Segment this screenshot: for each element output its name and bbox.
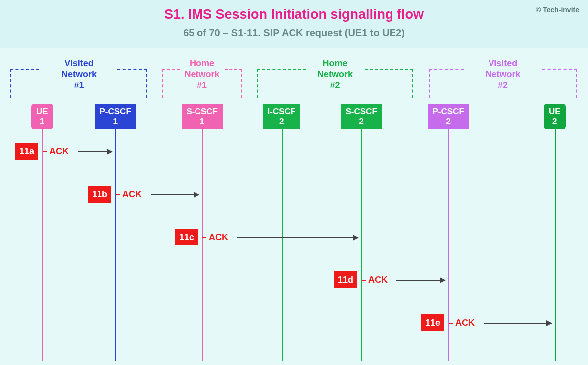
arrow-right-icon bbox=[237, 237, 358, 238]
message-label: ACK bbox=[368, 271, 388, 288]
lifeline bbox=[202, 104, 203, 361]
network-label-line2: Network bbox=[184, 69, 219, 79]
header: S1. IMS Session Initiation signalling fl… bbox=[0, 0, 588, 48]
network-label-line3: #2 bbox=[330, 80, 340, 90]
arrow-right-icon bbox=[151, 194, 199, 195]
network-label-line3: #2 bbox=[498, 80, 508, 90]
lifeline-node: UE 1 bbox=[31, 104, 53, 129]
lifeline-node: S-CSCF 2 bbox=[341, 104, 382, 129]
message-id: 11a bbox=[15, 143, 38, 160]
network-bracket: HomeNetwork#1 bbox=[162, 58, 242, 98]
network-label-line1: Visited bbox=[64, 58, 94, 68]
message-id: 11d bbox=[334, 271, 357, 288]
lifeline-node: P-CSCF 2 bbox=[428, 104, 469, 129]
arrow-right-icon bbox=[484, 323, 552, 324]
lifeline-node: UE 2 bbox=[544, 104, 566, 129]
message-id: 11e bbox=[421, 314, 444, 331]
lifeline-node: P-CSCF 1 bbox=[95, 104, 136, 129]
arrow-right-icon bbox=[396, 280, 445, 281]
network-bracket: HomeNetwork#2 bbox=[257, 58, 413, 98]
message-tick bbox=[43, 151, 47, 152]
message-label: ACK bbox=[209, 229, 228, 245]
message-tick bbox=[202, 237, 206, 238]
network-label-line2: Network bbox=[317, 69, 353, 79]
sequence-diagram: VisitedNetwork#1HomeNetwork#1HomeNetwork… bbox=[0, 48, 588, 365]
network-label-line2: Network bbox=[485, 69, 520, 79]
network-bracket: VisitedNetwork#2 bbox=[429, 58, 577, 98]
lifeline bbox=[42, 104, 43, 361]
lifeline bbox=[361, 104, 362, 361]
copyright: © Tech-invite bbox=[536, 6, 579, 14]
message-id: 11b bbox=[88, 186, 111, 203]
message-id: 11c bbox=[175, 229, 198, 245]
page-subtitle: 65 of 70 – S1-11. SIP ACK request (UE1 t… bbox=[0, 22, 588, 39]
network-label-line3: #1 bbox=[74, 80, 84, 90]
diagram-frame: S1. IMS Session Initiation signalling fl… bbox=[0, 0, 588, 365]
lifeline bbox=[282, 104, 283, 361]
lifeline bbox=[555, 104, 556, 361]
network-bracket: VisitedNetwork#1 bbox=[10, 58, 147, 98]
message-tick bbox=[449, 323, 453, 324]
message-label: ACK bbox=[49, 143, 69, 160]
network-label-line2: Network bbox=[61, 69, 97, 79]
lifeline-node: S-CSCF 1 bbox=[182, 104, 223, 129]
message-label: ACK bbox=[122, 186, 142, 203]
network-label-line1: Home bbox=[322, 58, 347, 68]
message-tick bbox=[362, 280, 366, 281]
network-label-line3: #1 bbox=[197, 80, 207, 90]
lifeline bbox=[115, 104, 116, 361]
arrow-right-icon bbox=[78, 151, 112, 152]
page-title: S1. IMS Session Initiation signalling fl… bbox=[0, 0, 588, 22]
lifeline-node: I-CSCF 2 bbox=[263, 104, 301, 129]
network-label-line1: Home bbox=[190, 58, 214, 68]
network-label-line1: Visited bbox=[489, 58, 518, 68]
message-tick bbox=[116, 194, 120, 195]
message-label: ACK bbox=[455, 314, 475, 331]
